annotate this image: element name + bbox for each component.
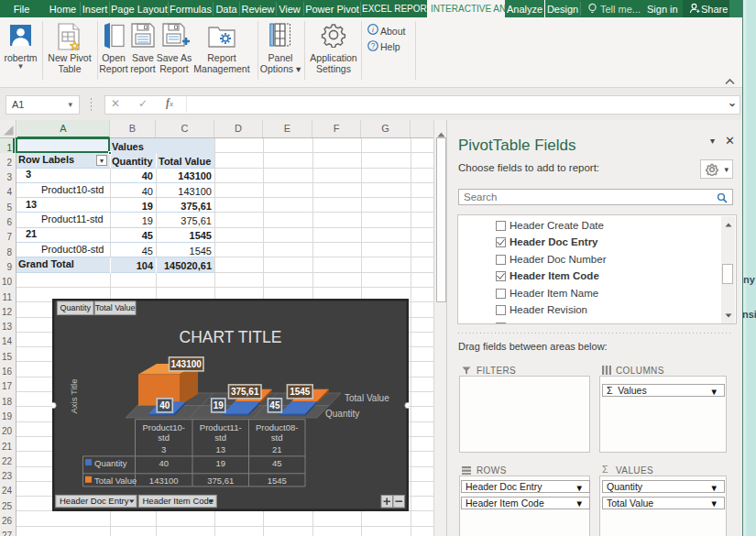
- svg-text:Total Value: Total Value: [345, 392, 389, 402]
- svg-text:Quantity: Quantity: [60, 303, 91, 312]
- svg-text:std: std: [214, 432, 226, 442]
- svg-text:21: 21: [272, 443, 282, 454]
- svg-text:40: 40: [159, 458, 169, 468]
- svg-text:45: 45: [269, 400, 280, 410]
- svg-text:143100: 143100: [149, 476, 179, 486]
- svg-text:19: 19: [215, 458, 225, 468]
- svg-text:std: std: [158, 432, 170, 442]
- svg-text:Quantity: Quantity: [325, 408, 359, 418]
- svg-text:Header Item Code: Header Item Code: [143, 496, 214, 506]
- svg-text:375,61: 375,61: [207, 476, 234, 486]
- svg-text:3: 3: [161, 443, 166, 454]
- svg-text:?: ?: [371, 42, 376, 50]
- svg-text:Product11-: Product11-: [200, 421, 242, 432]
- svg-text:375,61: 375,61: [231, 387, 259, 397]
- svg-text:143100: 143100: [171, 359, 203, 369]
- svg-text:45: 45: [272, 458, 282, 468]
- svg-text:Product10-: Product10-: [142, 421, 184, 432]
- svg-text:i: i: [372, 26, 375, 34]
- svg-text:Total Value: Total Value: [94, 476, 137, 486]
- svg-text:std: std: [271, 432, 283, 442]
- svg-text:Product08-: Product08-: [256, 421, 298, 432]
- svg-text:CHART TITLE: CHART TITLE: [180, 327, 282, 345]
- svg-text:1545: 1545: [268, 476, 287, 486]
- svg-text:13: 13: [215, 443, 225, 454]
- svg-text:40: 40: [159, 400, 170, 410]
- svg-text:Quantity: Quantity: [94, 458, 127, 468]
- svg-text:Total Value: Total Value: [95, 303, 136, 312]
- svg-text:Axis Title: Axis Title: [69, 378, 79, 413]
- svg-text:1545: 1545: [290, 387, 311, 397]
- svg-text:Header Doc Entry: Header Doc Entry: [60, 496, 129, 506]
- svg-text:19: 19: [214, 400, 225, 410]
